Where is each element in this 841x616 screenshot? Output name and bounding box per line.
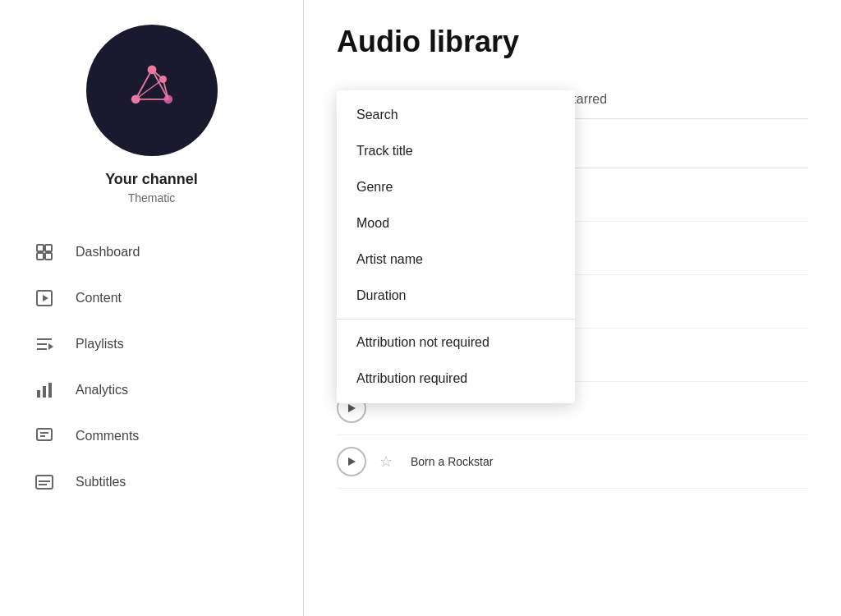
sidebar-item-analytics-label: Analytics <box>76 383 128 398</box>
sidebar-item-subtitles-label: Subtitles <box>76 475 126 490</box>
main-content: Audio library Free music Sound effects S… <box>304 0 841 616</box>
channel-name: Your channel <box>105 171 198 188</box>
svg-rect-12 <box>45 245 52 251</box>
dropdown-item-attribution-required[interactable]: Attribution required <box>337 361 575 397</box>
track-title-born-a-rockstar: Born a Rockstar <box>411 455 493 468</box>
svg-marker-16 <box>43 295 48 301</box>
track-row-born-a-rockstar: ☆ Born a Rockstar <box>337 435 808 489</box>
nav-list: Dashboard Content Playlists <box>0 229 303 505</box>
sidebar: Your channel Thematic Dashboard <box>0 0 304 616</box>
svg-rect-23 <box>48 383 52 398</box>
playlists-icon <box>33 333 56 356</box>
sidebar-item-dashboard-label: Dashboard <box>76 245 140 260</box>
dropdown-divider <box>337 319 575 319</box>
svg-rect-21 <box>37 390 40 398</box>
dropdown-item-track-title[interactable]: Track title <box>337 133 575 169</box>
analytics-icon <box>33 379 56 402</box>
dropdown-item-attribution-not-required[interactable]: Attribution not required <box>337 324 575 361</box>
star-icon[interactable]: ☆ <box>379 453 393 471</box>
subtitles-icon <box>33 471 56 494</box>
sidebar-item-analytics[interactable]: Analytics <box>0 367 303 413</box>
sidebar-item-playlists[interactable]: Playlists <box>0 321 303 367</box>
dropdown-item-artist-name[interactable]: Artist name <box>337 241 575 278</box>
sidebar-item-subtitles[interactable]: Subtitles <box>0 459 303 505</box>
filter-dropdown: Search Track title Genre Mood Artist nam… <box>337 90 575 403</box>
sidebar-item-playlists-label: Playlists <box>76 337 124 352</box>
content-icon <box>33 287 56 310</box>
sidebar-item-content[interactable]: Content <box>0 275 303 321</box>
dropdown-item-mood[interactable]: Mood <box>337 205 575 241</box>
comments-icon <box>33 425 56 448</box>
grid-icon <box>33 241 56 264</box>
play-button-6[interactable] <box>337 447 366 476</box>
dropdown-item-genre[interactable]: Genre <box>337 169 575 205</box>
sidebar-item-comments[interactable]: Comments <box>0 413 303 459</box>
svg-marker-38 <box>348 457 356 466</box>
sidebar-item-comments-label: Comments <box>76 429 139 444</box>
sidebar-item-content-label: Content <box>76 291 122 306</box>
dropdown-item-duration[interactable]: Duration <box>337 278 575 314</box>
svg-rect-24 <box>37 429 52 440</box>
svg-rect-22 <box>43 386 46 398</box>
sidebar-item-dashboard[interactable]: Dashboard <box>0 229 303 275</box>
dropdown-item-search[interactable]: Search <box>337 97 575 133</box>
svg-rect-14 <box>45 253 52 260</box>
channel-avatar <box>86 25 218 156</box>
svg-rect-13 <box>37 253 44 260</box>
page-title: Audio library <box>337 25 808 59</box>
svg-rect-11 <box>37 245 44 251</box>
svg-point-0 <box>115 53 189 127</box>
channel-handle: Thematic <box>128 191 176 205</box>
svg-marker-20 <box>48 343 53 350</box>
svg-marker-37 <box>348 404 356 412</box>
